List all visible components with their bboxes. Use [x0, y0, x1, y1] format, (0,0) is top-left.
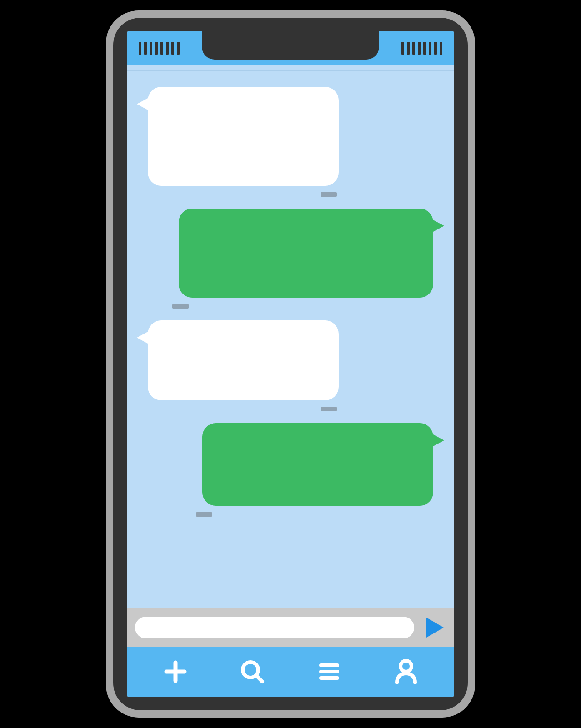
- signal-bar: [401, 42, 404, 55]
- signal-bar: [429, 42, 431, 55]
- message-incoming: [137, 320, 444, 411]
- message-incoming: [137, 87, 444, 197]
- message-bubble[interactable]: [202, 423, 433, 506]
- nav-menu-button[interactable]: [310, 653, 348, 691]
- message-timestamp: [321, 407, 337, 411]
- signal-bar: [418, 42, 421, 55]
- phone-notch: [202, 31, 379, 60]
- message-outgoing: [137, 209, 444, 309]
- bubble-tail: [137, 331, 149, 344]
- signal-bar: [160, 42, 163, 55]
- profile-icon: [392, 658, 420, 685]
- plus-icon: [163, 659, 188, 684]
- message-timestamp: [321, 192, 337, 197]
- compose-bar: [127, 608, 454, 647]
- nav-add-button[interactable]: [156, 653, 195, 691]
- signal-bar: [440, 42, 442, 55]
- message-input[interactable]: [135, 617, 414, 638]
- signal-indicator-right: [401, 42, 442, 55]
- bubble-tail: [432, 219, 444, 232]
- signal-bar: [139, 42, 141, 55]
- signal-bar: [177, 42, 180, 55]
- message-bubble[interactable]: [148, 320, 339, 400]
- signal-bar: [407, 42, 410, 55]
- message-bubble[interactable]: [179, 209, 433, 298]
- message-timestamp: [196, 512, 212, 517]
- signal-bar: [412, 42, 415, 55]
- signal-bar: [166, 42, 169, 55]
- svg-point-7: [401, 661, 411, 672]
- signal-bar: [155, 42, 158, 55]
- phone-frame-outer: [106, 10, 475, 718]
- send-icon: [426, 618, 444, 638]
- phone-frame-inner: [113, 18, 468, 710]
- signal-bar: [434, 42, 437, 55]
- header-divider: [127, 65, 454, 71]
- bubble-tail: [137, 98, 149, 110]
- svg-line-3: [256, 676, 262, 682]
- signal-bar: [171, 42, 174, 55]
- signal-bar: [144, 42, 147, 55]
- nav-search-button[interactable]: [233, 653, 271, 691]
- search-icon: [239, 658, 266, 685]
- bottom-nav: [127, 647, 454, 697]
- message-outgoing: [137, 423, 444, 517]
- send-button[interactable]: [424, 617, 446, 638]
- nav-profile-button[interactable]: [387, 653, 425, 691]
- message-timestamp: [172, 304, 189, 309]
- screen: [127, 31, 454, 697]
- message-bubble[interactable]: [148, 87, 339, 186]
- bubble-tail: [432, 434, 444, 447]
- signal-bar: [150, 42, 152, 55]
- conversation-thread[interactable]: [127, 71, 454, 608]
- menu-icon: [316, 659, 342, 684]
- signal-bar: [423, 42, 426, 55]
- signal-indicator-left: [139, 42, 180, 55]
